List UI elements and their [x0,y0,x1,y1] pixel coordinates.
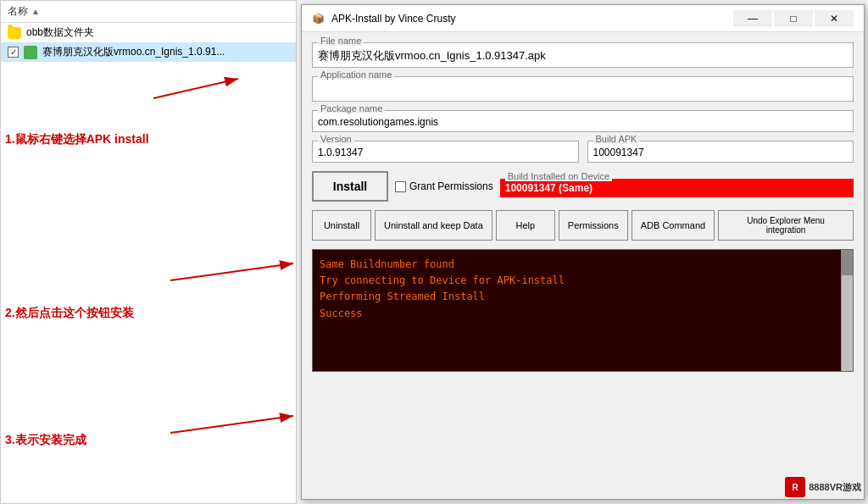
build-installed-value: 100091347 (Same) [500,179,854,197]
console-scrollbar[interactable] [841,250,853,371]
minimize-button[interactable]: — [733,10,772,27]
console-container: Same Buildnumber found Try connecting to… [312,249,854,372]
version-build-row: Version 1.0.91347 Build APK 100091347 [312,141,854,163]
uninstall-button[interactable]: Uninstall [312,210,371,241]
annotation-step3: 3.表示安装完成 [5,433,86,448]
dialog-title-icon: 📦 [312,13,325,25]
annotation-step1: 1.鼠标右键选择APK install [5,132,149,147]
folder-item[interactable]: obb数据文件夹 [1,23,296,42]
grant-permissions-label: Grant Permissions [395,180,493,192]
console-line-5: Success [320,306,846,322]
svg-line-2 [170,263,293,280]
dialog-title-text: APK-Install by Vince Crusty [331,13,456,25]
apk-item[interactable]: 赛博朋克汉化版vrmoo.cn_Ignis_1.0.91... [1,42,296,62]
app-name-group: Application name [312,76,854,102]
version-group: Version 1.0.91347 [312,141,579,163]
apk-checkbox[interactable] [8,47,19,58]
watermark-logo: R [785,477,805,497]
build-apk-label: Build APK [593,134,640,144]
action-buttons-row: Uninstall Uninstall and keep Data Help P… [312,210,854,241]
svg-line-3 [170,416,293,433]
file-name-label: File name [318,36,364,46]
build-apk-value: 100091347 [593,145,849,158]
apk-file-icon [24,46,37,59]
adb-command-button[interactable]: ADB Command [632,210,715,241]
console-line-4: Performing Streamed Install [320,289,846,305]
file-name-value: 赛博朋克汉化版vrmoo.cn_Ignis_1.0.91347.apk [318,47,848,64]
scrollbar-thumb [841,250,853,275]
dialog-title: 📦 APK-Install by Vince Crusty [312,13,456,25]
annotation-overlay [1,1,298,504]
apk-file-name: 赛博朋克汉化版vrmoo.cn_Ignis_1.0.91... [42,45,225,59]
help-button[interactable]: Help [496,210,555,241]
file-name-group: File name 赛博朋克汉化版vrmoo.cn_Ignis_1.0.9134… [312,42,854,68]
build-apk-group: Build APK 100091347 [587,141,854,163]
console-line-3: Try connecting to Device for APK-install [320,273,846,289]
console-output: Same Buildnumber found Try connecting to… [312,249,854,372]
app-name-value [318,80,848,82]
grant-permissions-checkbox[interactable] [395,181,406,192]
undo-explorer-button[interactable]: Undo Explorer Menu integration [718,210,854,241]
dialog-titlebar: 📦 APK-Install by Vince Crusty — □ ✕ [302,5,864,32]
package-name-label: Package name [318,103,385,114]
package-name-group: Package name com.resolutiongames.ignis [312,110,854,132]
install-row: Install Grant Permissions Build Installe… [312,171,854,202]
install-button[interactable]: Install [312,171,388,202]
version-value: 1.0.91347 [318,145,573,158]
column-name: 名称 [8,4,28,19]
watermark: R 8888VR游戏 [785,477,861,497]
folder-name: obb数据文件夹 [26,25,94,40]
build-installed-label: Build Installed on Device [505,171,612,181]
build-installed-group: Build Installed on Device 100091347 (Sam… [500,175,854,197]
svg-line-1 [153,79,238,98]
grant-permissions-text: Grant Permissions [409,180,493,192]
dialog-controls: — □ ✕ [733,10,854,27]
app-name-label: Application name [318,69,394,80]
column-header: 名称 ▲ [1,1,296,23]
watermark-text: 8888VR游戏 [809,481,861,494]
annotation-step2: 2.然后点击这个按钮安装 [5,306,134,321]
console-line-1: Same Buildnumber found [320,257,846,273]
package-name-value: com.resolutiongames.ignis [318,114,848,128]
version-label: Version [318,134,354,144]
uninstall-keep-button[interactable]: Uninstall and keep Data [375,210,492,241]
sort-arrow: ▲ [31,7,40,16]
dialog-content: File name 赛博朋克汉化版vrmoo.cn_Ignis_1.0.9134… [302,32,864,382]
permissions-button[interactable]: Permissions [559,210,628,241]
file-explorer: 名称 ▲ obb数据文件夹 赛博朋克汉化版vrmoo.cn_Ignis_1.0.… [0,0,297,504]
folder-icon [8,27,21,39]
close-button[interactable]: ✕ [815,10,854,27]
maximize-button[interactable]: □ [774,10,813,27]
apk-install-dialog: 📦 APK-Install by Vince Crusty — □ ✕ File… [301,4,865,500]
